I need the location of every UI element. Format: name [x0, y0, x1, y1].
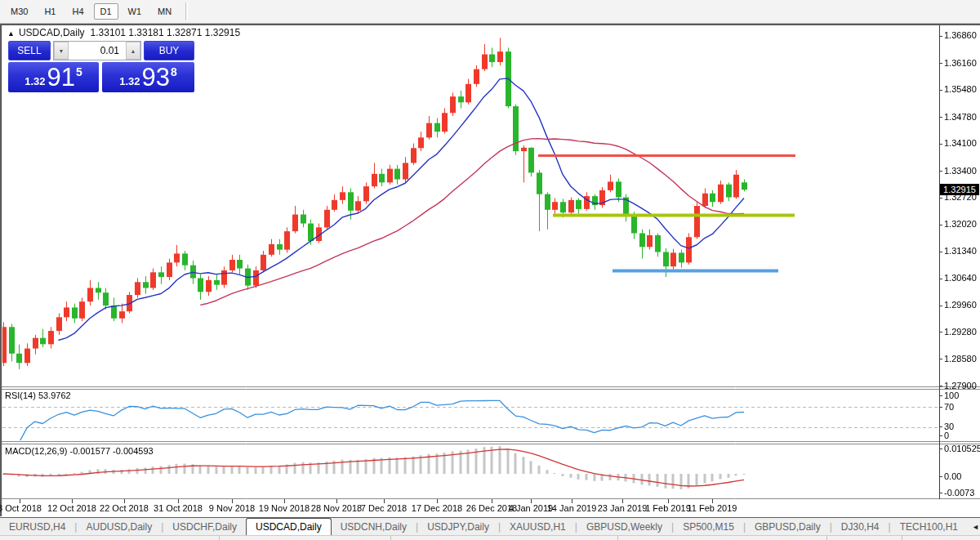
- date-axis-label: 23 Jan 2019: [598, 503, 648, 513]
- scroll-left-icon[interactable]: ◄: [967, 521, 980, 533]
- ask-prefix: 1.32: [119, 75, 140, 87]
- timeframe-button-d1[interactable]: D1: [94, 3, 118, 20]
- collapse-arrow-icon[interactable]: ▲: [7, 29, 15, 38]
- price-axis-label: 1.36160: [944, 58, 977, 68]
- price-axis-label: 1.36860: [944, 30, 977, 40]
- bid-price-button[interactable]: 1.32 91 5: [8, 62, 99, 92]
- tab-xauusd-h1[interactable]: XAUUSD,H1: [501, 518, 575, 535]
- macd-axis-label: 0.00: [944, 471, 961, 481]
- mt4-window: M30H1H4D1W1MN ▲USDCAD,Daily1.33101 1.331…: [0, 0, 980, 540]
- bid-prefix: 1.32: [24, 75, 45, 87]
- timeframe-button-h1[interactable]: H1: [38, 3, 62, 20]
- price-axis-label: 1.29960: [944, 300, 977, 310]
- sell-button[interactable]: SELL: [8, 41, 51, 60]
- tab-eurusd-h4[interactable]: EURUSD,H4: [0, 518, 74, 535]
- price-axis-label: 1.34780: [944, 112, 977, 122]
- timeframe-toolbar: M30H1H4D1W1MN: [0, 0, 980, 24]
- date-axis-label: 3 Oct 2018: [0, 503, 42, 513]
- tab-usdchf-daily[interactable]: USDCHF,Daily: [163, 518, 246, 535]
- timeframe-button-w1[interactable]: W1: [122, 3, 149, 20]
- price-axis-label: 1.29280: [944, 327, 977, 337]
- chart-title: ▲USDCAD,Daily1.33101 1.33181 1.32871 1.3…: [7, 27, 240, 38]
- symbol-label: USDCAD,Daily: [19, 27, 85, 38]
- bid-pip-digit: 5: [76, 65, 82, 78]
- rsi-axis-label: 0: [944, 431, 949, 440]
- tab-tech100-h1[interactable]: TECH100,H1: [891, 518, 967, 535]
- rsi-axis-label: 70: [944, 402, 954, 412]
- status-divider: [390, 536, 391, 540]
- price-axis-label: 1.28580: [944, 354, 977, 364]
- date-axis-label: 7 Dec 2018: [361, 503, 407, 513]
- one-click-trading-widget: SELL ▼ 0.01 ▲ BUY 1.32 91 5 1.32 93 8: [8, 41, 194, 92]
- date-axis-label: 9 Nov 2018: [209, 503, 255, 513]
- lot-size-stepper: ▼ 0.01 ▲: [53, 41, 141, 60]
- ask-pip-digit: 8: [171, 65, 177, 78]
- macd-axis-label: -0.0073: [944, 488, 974, 498]
- date-axis-label: 14 Jan 2019: [547, 503, 597, 513]
- timeframe-button-m30[interactable]: M30: [4, 3, 34, 20]
- date-axis-label: 12 Oct 2018: [47, 503, 96, 513]
- date-axis-label: 31 Oct 2018: [154, 503, 203, 513]
- macd-axis-label: 0.010525: [944, 444, 980, 453]
- date-axis-label: 17 Dec 2018: [412, 503, 462, 513]
- ohlc-values: 1.33101 1.33181 1.32871 1.32915: [91, 27, 241, 38]
- tab-usdcad-daily[interactable]: USDCAD,Daily: [246, 518, 332, 535]
- lot-size-field[interactable]: 0.01: [69, 42, 126, 60]
- price-axis-label: 1.27900: [944, 381, 977, 390]
- tab-audusd-daily[interactable]: AUDUSD,Daily: [77, 518, 161, 535]
- current-price-badge: 1.32915: [940, 184, 979, 195]
- date-axis-label: 28 Nov 2018: [311, 503, 362, 513]
- status-strip: [0, 535, 980, 540]
- tab-usdcnh-daily[interactable]: USDCNH,Daily: [332, 518, 416, 535]
- ask-big-digits: 93: [142, 63, 170, 92]
- status-divider: [902, 536, 902, 540]
- tab-gbpusd-weekly[interactable]: GBPUSD,Weekly: [577, 518, 671, 535]
- lot-increase-icon[interactable]: ▲: [126, 42, 140, 60]
- status-divider: [826, 536, 827, 540]
- tab-gbpusd-daily[interactable]: GBPUSD,Daily: [746, 518, 830, 535]
- price-axis-label: 1.35480: [944, 84, 977, 94]
- macd-pane-title: MACD(12,26,9) -0.001577 -0.004593: [5, 446, 154, 456]
- tab-sp500-m15[interactable]: SP500,M15: [674, 518, 743, 535]
- price-axis-label: 1.31340: [944, 246, 977, 256]
- tab-dj30-h4[interactable]: DJ30,H4: [832, 518, 889, 535]
- status-divider: [219, 536, 220, 540]
- bid-big-digits: 91: [47, 63, 75, 92]
- date-axis-label: 19 Nov 2018: [259, 503, 310, 513]
- date-axis-label: 11 Feb 2019: [688, 503, 737, 513]
- rsi-pane-title: RSI(14) 53.9762: [5, 390, 71, 400]
- rsi-axis-label: 100: [944, 390, 959, 400]
- chart-tab-bar: EURUSD,H4|AUDUSD,Daily|USDCHF,DailyUSDCA…: [0, 517, 980, 535]
- toolbar-separator: [185, 2, 188, 20]
- timeframe-button-mn[interactable]: MN: [151, 3, 178, 20]
- price-axis-label: 1.34100: [944, 138, 977, 148]
- date-axis-label: 22 Oct 2018: [100, 503, 149, 513]
- status-divider: [617, 536, 618, 540]
- lot-decrease-icon[interactable]: ▼: [54, 42, 69, 60]
- price-axis-label: 1.32020: [944, 219, 977, 229]
- buy-button[interactable]: BUY: [144, 41, 194, 60]
- timeframe-button-h4[interactable]: H4: [65, 3, 90, 20]
- date-axis-label: 1 Feb 2019: [645, 503, 691, 513]
- price-axis-label: 1.33400: [944, 166, 977, 176]
- tab-usdjpy-daily[interactable]: USDJPY,Daily: [418, 518, 498, 535]
- ask-price-button[interactable]: 1.32 93 8: [102, 62, 194, 92]
- price-axis-label: 1.30640: [944, 273, 977, 283]
